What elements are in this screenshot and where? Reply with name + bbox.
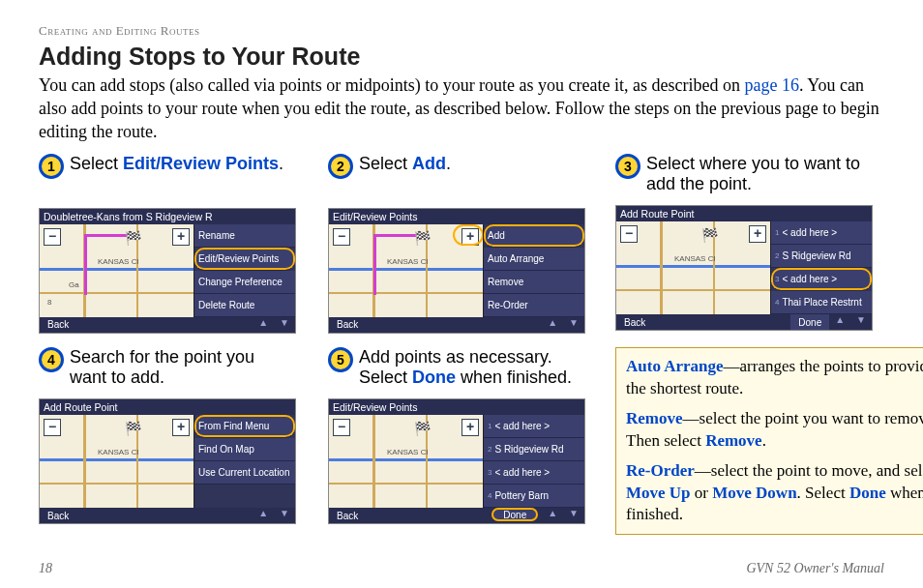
desc-reorder-2: . Select	[797, 484, 849, 502]
map-label: KANSAS CI	[387, 257, 429, 266]
gps5-map: 🏁 − + KANSAS CI	[329, 415, 483, 508]
step-1: 1 Select Edit/Review Points. Doubletree-…	[39, 154, 319, 334]
back-button[interactable]: Back	[616, 314, 653, 330]
done-button[interactable]: Done	[790, 314, 829, 330]
menu-item-remove[interactable]: Remove	[484, 271, 584, 294]
step-5-post: when finished.	[456, 368, 572, 387]
desc-remove-2: .	[762, 431, 766, 450]
gps3-menu: < add here > S Ridgeview Rd < add here >…	[770, 221, 872, 314]
page-title: Adding Stops to Your Route	[39, 43, 884, 71]
zoom-out-button[interactable]: −	[333, 228, 350, 246]
menu-item-ridgeview[interactable]: S Ridgeview Rd	[484, 438, 584, 461]
scroll-down-icon[interactable]: ▼	[563, 508, 584, 523]
step-3-line-b: add the point.	[646, 174, 752, 193]
back-button[interactable]: Back	[329, 508, 366, 523]
step-1-pre: Select	[70, 154, 123, 173]
page-footer: 18 GVN 52 Owner's Manual	[39, 561, 884, 576]
step-badge-1: 1	[39, 154, 64, 179]
menu-item-find-on-map[interactable]: Find On Map	[194, 438, 295, 461]
map-label: KANSAS CI	[98, 448, 139, 456]
zoom-in-button[interactable]: +	[172, 228, 190, 246]
scroll-up-icon[interactable]: ▲	[542, 508, 563, 523]
page-16-link[interactable]: page 16	[745, 75, 799, 95]
flag-icon: 🏁	[701, 227, 718, 243]
step-2-post: .	[446, 154, 451, 173]
step-4: 4 Search for the point you want to add. …	[39, 347, 319, 524]
back-button[interactable]: Back	[329, 317, 366, 333]
menu-item-from-find[interactable]: From Find Menu	[194, 415, 295, 438]
scroll-down-icon[interactable]: ▼	[274, 508, 295, 523]
menu-item-add-here-1[interactable]: < add here >	[484, 415, 584, 438]
menu-item-change-pref[interactable]: Change Preference	[194, 271, 295, 294]
zoom-in-button[interactable]: +	[462, 419, 479, 436]
menu-item-rename[interactable]: Rename	[194, 224, 295, 248]
menu-item-thai-place[interactable]: Thai Place Restrnt	[771, 291, 872, 314]
step-2: 2 Select Add. Edit/Review Points 🏁 − + K…	[328, 154, 609, 334]
step-badge-5: 5	[328, 347, 353, 372]
flag-icon: 🏁	[125, 421, 141, 436]
gps4-title: Add Route Point	[44, 401, 117, 413]
intro-paragraph: You can add stops (also called via point…	[39, 74, 884, 144]
gps1-menu: Rename Edit/Review Points Change Prefere…	[194, 224, 295, 317]
manual-name: GVN 52 Owner's Manual	[746, 561, 884, 576]
back-button[interactable]: Back	[40, 508, 76, 523]
scroll-up-icon[interactable]: ▲	[253, 317, 274, 333]
step-1-bold: Edit/Review Points	[123, 154, 279, 173]
flag-icon: 🏁	[414, 230, 431, 246]
menu-item-add-here-1[interactable]: < add here >	[771, 221, 872, 245]
menu-item-delete-route[interactable]: Delete Route	[194, 294, 295, 317]
zoom-out-button[interactable]: −	[44, 419, 61, 436]
menu-item-auto-arrange[interactable]: Auto Arrange	[484, 248, 584, 271]
step-3: 3 Select where you to want to add the po…	[615, 154, 896, 331]
zoom-in-button[interactable]: +	[172, 419, 190, 436]
step-2-pre: Select	[359, 154, 412, 173]
gps2-map: 🏁 − + KANSAS CI	[329, 224, 483, 317]
step-2-bold: Add	[412, 154, 446, 173]
menu-item-ridgeview[interactable]: S Ridgeview Rd	[771, 245, 872, 268]
map-label: Ga	[69, 280, 79, 289]
zoom-out-button[interactable]: −	[620, 225, 638, 243]
gps-screenshot-2: Edit/Review Points 🏁 − + KANSAS CI Add A…	[328, 208, 585, 334]
menu-item-add[interactable]: Add	[484, 224, 584, 248]
gps4-menu: From Find Menu Find On Map Use Current L…	[194, 415, 295, 508]
flag-icon: 🏁	[414, 421, 431, 436]
step-5-pre: Select	[359, 368, 412, 387]
menu-item-reorder[interactable]: Re-Order	[484, 294, 584, 317]
zoom-in-button[interactable]: +	[749, 225, 766, 243]
step-badge-4: 4	[39, 347, 64, 372]
gps3-title: Add Route Point	[620, 208, 694, 220]
zoom-out-button[interactable]: −	[44, 228, 61, 246]
gps-screenshot-4: Add Route Point 🏁 − + KANSAS CI From Fin…	[39, 398, 296, 524]
term-movedown: Move Down	[712, 484, 796, 502]
scroll-up-icon[interactable]: ▲	[253, 508, 274, 523]
step-3-line-a: Select where you to want to	[646, 154, 860, 173]
done-button[interactable]: Done	[491, 508, 538, 521]
scroll-down-icon[interactable]: ▼	[563, 317, 584, 333]
desc-reorder-1: —select the point to move, and select	[695, 461, 923, 480]
menu-item-add-here-2[interactable]: < add here >	[484, 461, 584, 485]
gps4-map: 🏁 − + KANSAS CI	[40, 415, 194, 508]
step-5-line-a: Add points as necessary.	[359, 347, 552, 367]
steps-grid: 1 Select Edit/Review Points. Doubletree-…	[39, 154, 884, 570]
step-4-line-b: want to add.	[70, 368, 164, 387]
gps1-title: Doubletree-Kans from S Ridgeview R	[44, 211, 213, 222]
term-done: Done	[849, 484, 886, 502]
gps-screenshot-5: Edit/Review Points 🏁 − + KANSAS CI < add…	[328, 398, 585, 524]
scroll-up-icon[interactable]: ▲	[829, 314, 850, 330]
info-box: Auto Arrange—arranges the points to prov…	[615, 347, 923, 536]
term-remove-2: Remove	[705, 431, 762, 450]
flag-icon: 🏁	[125, 230, 141, 246]
zoom-out-button[interactable]: −	[333, 419, 350, 436]
step-1-post: .	[279, 154, 283, 173]
scroll-up-icon[interactable]: ▲	[542, 317, 563, 333]
menu-item-current-loc[interactable]: Use Current Location	[194, 461, 295, 485]
term-auto-arrange: Auto Arrange	[626, 357, 724, 375]
scroll-down-icon[interactable]: ▼	[850, 314, 872, 330]
back-button[interactable]: Back	[40, 317, 76, 333]
scroll-down-icon[interactable]: ▼	[274, 317, 295, 333]
gps3-map: 🏁 − + KANSAS CI	[616, 221, 770, 314]
menu-item-add-here-2[interactable]: < add here >	[771, 268, 872, 291]
menu-item-pottery-barn[interactable]: Pottery Barn	[484, 485, 584, 508]
gps5-menu: < add here > S Ridgeview Rd < add here >…	[483, 415, 584, 508]
menu-item-edit-review[interactable]: Edit/Review Points	[194, 248, 295, 271]
